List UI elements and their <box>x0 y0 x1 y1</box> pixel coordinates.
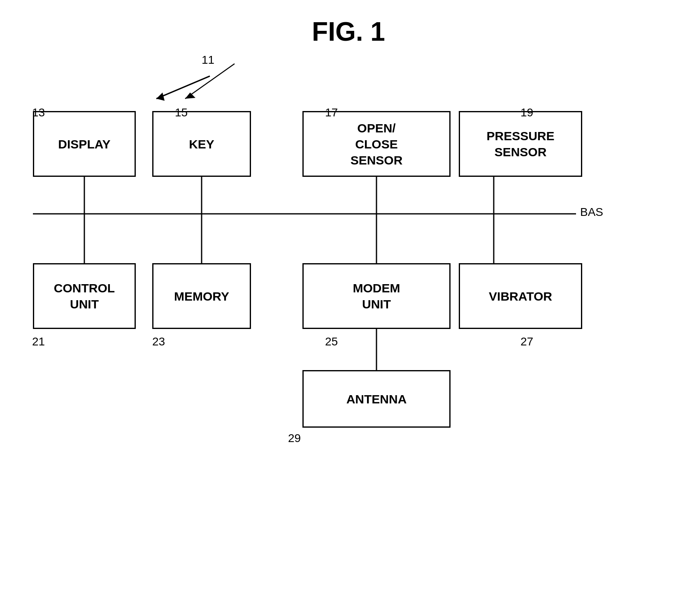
modem-unit-block: MODEM UNIT <box>302 263 451 329</box>
ref-21: 21 <box>32 335 45 348</box>
ref-29: 29 <box>288 432 301 445</box>
pressure-sensor-block: PRESSURE SENSOR <box>459 111 582 177</box>
svg-marker-1 <box>156 93 165 101</box>
ref-17: 17 <box>325 106 338 119</box>
ref-23: 23 <box>152 335 165 348</box>
memory-block: MEMORY <box>152 263 251 329</box>
display-block: DISPLAY <box>33 111 136 177</box>
antenna-block: ANTENNA <box>302 370 451 428</box>
svg-line-0 <box>156 76 210 99</box>
diagram: FIG. 1 11 <box>0 0 697 616</box>
vibrator-block: VIBRATOR <box>459 263 582 329</box>
ref-13: 13 <box>32 106 45 119</box>
ref-25: 25 <box>325 335 338 348</box>
ref-19: 19 <box>520 106 533 119</box>
ref-15: 15 <box>175 106 188 119</box>
figure-title: FIG. 1 <box>312 16 385 47</box>
svg-marker-13 <box>185 93 195 99</box>
bus-label: BAS <box>580 206 603 219</box>
svg-line-12 <box>185 64 235 99</box>
control-unit-block: CONTROL UNIT <box>33 263 136 329</box>
key-block: KEY <box>152 111 251 177</box>
open-close-sensor-block: OPEN/ CLOSE SENSOR <box>302 111 451 177</box>
ref-11: 11 <box>202 53 214 67</box>
ref-27: 27 <box>520 335 533 348</box>
